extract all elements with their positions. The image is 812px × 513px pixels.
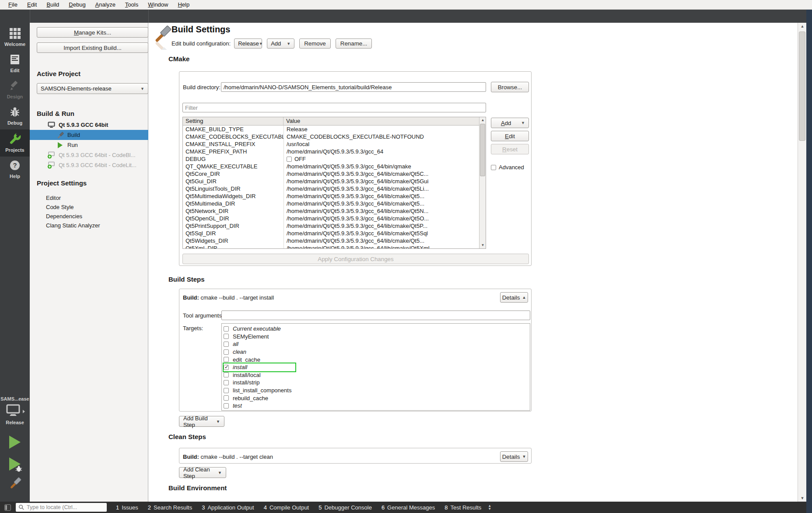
kit-row[interactable]: Qt 5.9.3 GCC 64bit	[30, 120, 148, 130]
target-checkbox[interactable]	[224, 326, 229, 332]
remove-configuration-button[interactable]: Remove	[299, 38, 331, 49]
menu-item[interactable]: Edit	[22, 0, 42, 9]
locator-input[interactable]	[27, 504, 97, 510]
run-button[interactable]	[9, 436, 21, 449]
target-checkbox[interactable]	[224, 395, 229, 401]
target-checkbox[interactable]	[224, 403, 229, 408]
target-checkbox[interactable]	[224, 349, 229, 355]
target-checkbox[interactable]	[224, 357, 229, 362]
target-row[interactable]: edit_cache	[224, 356, 262, 363]
scroll-up-icon[interactable]: ▲	[798, 23, 807, 30]
build-step-details-button[interactable]: Details▲	[500, 292, 528, 303]
browse-button[interactable]: Browse...	[491, 82, 529, 92]
import-existing-build-button[interactable]: Import Existing Build...	[37, 42, 148, 53]
output-pane-button[interactable]: 2Search Results	[143, 502, 197, 513]
build-button[interactable]	[8, 476, 21, 490]
table-scrollbar[interactable]: ▲ ▼	[479, 117, 486, 248]
target-checkbox[interactable]	[224, 342, 229, 347]
rename-configuration-button[interactable]: Rename...	[336, 38, 372, 49]
table-row[interactable]: CMAKE_CODEBLOCKS_EXECUTABLE CMAKE_CODEBL…	[183, 133, 479, 140]
target-row[interactable]: list_install_components	[224, 387, 293, 394]
clean-step-details-button[interactable]: Details▼	[500, 451, 528, 462]
settings-item-dependencies[interactable]: Dependencies	[46, 212, 82, 220]
output-pane-button[interactable]: 4Compile Output	[259, 502, 314, 513]
table-row[interactable]: Qt5Sql_DIR /home/dmarin/Qt/Qt5.9.3/5.9.3…	[183, 230, 479, 237]
build-target-selector[interactable]	[5, 404, 25, 419]
table-row[interactable]: CMAKE_PREFIX_PATH /home/dmarin/Qt/Qt5.9.…	[183, 148, 479, 155]
sidebar-item-welcome[interactable]: Welcome	[0, 24, 30, 51]
target-row[interactable]: install/strip	[224, 379, 261, 387]
target-checkbox[interactable]	[224, 334, 229, 339]
scroll-up-icon[interactable]: ▲	[480, 117, 486, 123]
kit-build-item[interactable]: Build	[30, 130, 148, 140]
target-checkbox[interactable]	[224, 388, 229, 393]
kit-codeblocks-row[interactable]: Qt 5.9.3 GCC 64bit - CodeBl...	[30, 150, 148, 160]
manage-kits-button[interactable]: Manage Kits...	[37, 27, 148, 38]
menu-item[interactable]: Build	[42, 0, 64, 9]
menu-item[interactable]: Debug	[64, 0, 90, 9]
pane-updown-icon[interactable]: ▲▼	[488, 504, 491, 510]
menu-item[interactable]: Analyze	[91, 0, 120, 9]
add-clean-step-button[interactable]: Add Clean Step▼	[179, 467, 226, 478]
table-row[interactable]: Qt5Multimedia_DIR /home/dmarin/Qt/Qt5.9.…	[183, 200, 479, 207]
target-row[interactable]: Current executable	[224, 325, 283, 333]
target-row[interactable]: clean	[224, 348, 248, 356]
scrollbar-thumb[interactable]	[480, 124, 485, 176]
settings-item-code-style[interactable]: Code Style	[46, 202, 74, 211]
kit-codelite-row[interactable]: Qt 5.9.3 GCC 64bit - CodeLit...	[30, 160, 148, 170]
add-configuration-button[interactable]: Add▼	[267, 38, 294, 49]
column-header-value[interactable]: Value	[284, 117, 303, 125]
output-pane-button[interactable]: 6General Messages	[377, 502, 440, 513]
table-row[interactable]: Qt5PrintSupport_DIR /home/dmarin/Qt/Qt5.…	[183, 222, 479, 230]
target-row[interactable]: SEMyElement	[224, 333, 270, 341]
target-checkbox[interactable]	[224, 372, 229, 377]
debug-run-button[interactable]	[9, 457, 21, 471]
table-row[interactable]: Qt5OpenGL_DIR /home/dmarin/Qt/Qt5.9.3/5.…	[183, 215, 479, 222]
target-checkbox[interactable]	[224, 380, 229, 385]
target-row[interactable]: test	[224, 402, 244, 410]
target-row[interactable]: install/local	[224, 371, 262, 379]
table-row[interactable]: Qt5Network_DIR /home/dmarin/Qt/Qt5.9.3/5…	[183, 207, 479, 215]
add-build-step-button[interactable]: Add Build Step▼	[179, 416, 224, 427]
menu-item[interactable]: Tools	[120, 0, 143, 9]
advanced-checkbox-row[interactable]: Advanced	[491, 164, 524, 171]
table-row[interactable]: Qt5Core_DIR /home/dmarin/Qt/Qt5.9.3/5.9.…	[183, 170, 479, 178]
settings-item-clang[interactable]: Clang Static Analyzer	[46, 221, 100, 230]
table-row[interactable]: DEBUG OFF	[183, 155, 479, 163]
column-header-setting[interactable]: Setting	[183, 117, 284, 125]
scroll-down-icon[interactable]: ▼	[798, 495, 807, 502]
kit-run-item[interactable]: Run	[30, 140, 148, 150]
output-pane-button[interactable]: 3Application Output	[197, 502, 259, 513]
scrollbar-thumb[interactable]	[799, 31, 805, 141]
table-row[interactable]: Qt5MultimediaWidgets_DIR /home/dmarin/Qt…	[183, 192, 479, 200]
tool-arguments-input[interactable]	[221, 311, 530, 320]
locator[interactable]	[16, 503, 107, 512]
configuration-select[interactable]: Release▼	[234, 38, 262, 49]
advanced-checkbox[interactable]	[491, 165, 496, 170]
target-row[interactable]: all	[224, 340, 240, 348]
menu-item[interactable]: File	[4, 0, 22, 9]
value-checkbox[interactable]	[287, 157, 292, 162]
table-row[interactable]: Qt5LinguistTools_DIR /home/dmarin/Qt/Qt5…	[183, 185, 479, 192]
add-variable-button[interactable]: Add▼	[491, 118, 529, 128]
table-row[interactable]: Qt5Xml_DIR /home/dmarin/Qt/Qt5.9.3/5.9.3…	[183, 244, 479, 248]
table-row[interactable]: CMAKE_INSTALL_PREFIX /usr/local	[183, 140, 479, 148]
target-checkbox[interactable]	[224, 365, 229, 370]
build-directory-input[interactable]: /home/dmarin/NANO-D/SAMSON_Elements_tuto…	[221, 82, 486, 92]
target-row[interactable]: install	[224, 363, 295, 371]
active-project-select[interactable]: SAMSON-Elements-release ▼	[37, 83, 148, 94]
sidebar-item-projects[interactable]: Projects	[0, 129, 30, 157]
table-row[interactable]: CMAKE_BUILD_TYPE Release	[183, 126, 479, 133]
sidebar-toggle-icon[interactable]	[4, 504, 11, 511]
settings-item-editor[interactable]: Editor	[46, 193, 61, 202]
menu-item[interactable]: Window	[143, 0, 173, 9]
table-row[interactable]: Qt5Widgets_DIR /home/dmarin/Qt/Qt5.9.3/5…	[183, 237, 479, 244]
sidebar-item-edit[interactable]: Edit	[0, 51, 30, 77]
sidebar-item-debug[interactable]: Debug	[0, 103, 30, 129]
main-scrollbar[interactable]: ▲ ▼	[798, 23, 806, 502]
filter-input[interactable]: Filter	[182, 103, 486, 112]
table-row[interactable]: Qt5Gui_DIR /home/dmarin/Qt/Qt5.9.3/5.9.3…	[183, 178, 479, 185]
menu-item[interactable]: Help	[173, 0, 194, 9]
output-pane-button[interactable]: 8Test Results	[440, 502, 486, 513]
output-pane-button[interactable]: 5Debugger Console	[314, 502, 377, 513]
